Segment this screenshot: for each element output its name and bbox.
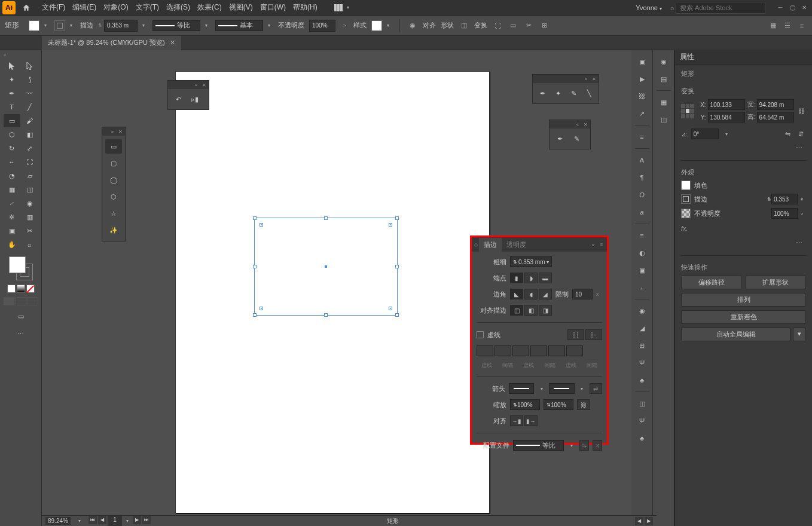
handle-tr[interactable] <box>395 216 399 220</box>
scale-tool[interactable]: ⤢ <box>22 142 38 155</box>
brush-select[interactable]: 基本 <box>215 20 263 31</box>
recolor-icon[interactable]: ◉ <box>407 20 418 31</box>
join-miter[interactable]: ◣ <box>510 289 523 299</box>
dash-preserve[interactable]: ┊┊ <box>567 329 584 340</box>
stroke-color[interactable] <box>681 194 691 204</box>
transform-more[interactable]: ⋯ <box>681 143 806 153</box>
edit-toolbar[interactable]: ⋯ <box>13 327 29 340</box>
flip-v-icon[interactable]: ⇵ <box>795 129 806 139</box>
close-button[interactable]: ✕ <box>799 3 810 13</box>
arrow-end-dd[interactable]: ▾ <box>578 383 586 394</box>
close-icon[interactable]: ✕ <box>201 82 207 88</box>
play-icon[interactable]: ▶ <box>634 71 650 87</box>
artboard-icon[interactable]: ▣ <box>634 54 650 69</box>
zoom-value[interactable]: 89.24% <box>45 517 71 525</box>
corner-widget-bl[interactable] <box>260 307 263 310</box>
panel-icon[interactable]: ☰ <box>782 20 793 31</box>
appearance-more[interactable]: ⋯ <box>681 238 806 248</box>
rectangle-shape[interactable]: ▭ <box>105 139 122 154</box>
collapse-icon[interactable]: « <box>575 121 581 127</box>
menu-select[interactable]: 选择(S) <box>163 0 194 15</box>
menu-effect[interactable]: 效果(C) <box>194 0 225 15</box>
stroke-dd[interactable]: ▾ <box>67 20 75 31</box>
opacity-sw[interactable] <box>681 209 691 218</box>
mesh-tool[interactable]: ▦ <box>4 183 20 196</box>
draw-normal[interactable] <box>4 297 14 305</box>
brush-icon-b[interactable]: ✎ <box>570 132 583 145</box>
global-edit-button[interactable]: 启动全局编辑 <box>681 328 790 341</box>
recolor-button[interactable]: 重新着色 <box>681 310 806 324</box>
clip-icon[interactable]: ✂ <box>523 20 534 31</box>
profile-select[interactable]: 等比 <box>152 20 200 31</box>
perspective-tool[interactable]: ▱ <box>22 169 38 182</box>
brushes-panel-2[interactable]: «✕ ✒ ✎ <box>549 120 591 149</box>
history-panel[interactable]: «✕ ↶ ▹▮ <box>167 80 209 110</box>
rounded-rect-shape[interactable]: ▢ <box>105 156 122 170</box>
align-icon[interactable]: ⫠ <box>634 280 650 295</box>
gradient-dock-icon[interactable]: ▦ <box>656 94 671 110</box>
corner-widget-tl[interactable] <box>260 223 263 227</box>
menu-icon[interactable]: ≡ <box>796 20 807 31</box>
close-icon[interactable]: ✕ <box>582 121 588 127</box>
shaper-tool[interactable]: ⬡ <box>4 128 20 141</box>
collapse-icon[interactable]: « <box>583 76 589 82</box>
asset-icon[interactable]: ◫ <box>656 112 671 127</box>
opentype-icon[interactable]: O <box>634 187 650 203</box>
menu-file[interactable]: 文件(F) <box>38 0 69 15</box>
layers-icon[interactable]: ≡ <box>634 129 650 145</box>
opacity-input[interactable] <box>309 20 335 32</box>
libraries-icon[interactable]: ◉ <box>656 54 671 69</box>
arrow-start-dd[interactable]: ▾ <box>538 383 545 394</box>
angle-dd[interactable]: ▾ <box>722 129 731 139</box>
close-icon[interactable]: ✕ <box>117 129 123 134</box>
lasso-tool[interactable]: ⟆ <box>22 73 38 86</box>
swatches-dock-icon[interactable]: ◉ <box>634 303 650 319</box>
angle-input[interactable] <box>691 129 719 139</box>
align-label[interactable]: 对齐 <box>423 21 436 30</box>
menu-icon[interactable]: ≡ <box>599 241 605 247</box>
polygon-shape[interactable]: ⬡ <box>105 189 122 204</box>
fx-button[interactable]: fx. <box>681 222 806 234</box>
glyphs-icon[interactable]: a <box>634 204 650 220</box>
scroll-left[interactable]: ◀ <box>635 517 643 525</box>
actions-dock-icon[interactable]: Ψ <box>634 413 650 429</box>
collapse-icon[interactable]: » <box>109 129 115 134</box>
layout-dropdown[interactable]: ▾ <box>344 2 352 13</box>
gradient-tool[interactable]: ◫ <box>22 183 38 196</box>
cap-round[interactable]: ◗ <box>524 273 538 283</box>
style-dd[interactable]: ▾ <box>384 20 392 31</box>
first-page[interactable]: ⏮ <box>88 516 97 524</box>
handle-ml[interactable] <box>253 265 257 268</box>
selected-rectangle[interactable] <box>254 218 398 316</box>
offset-path-button[interactable]: 偏移路径 <box>681 276 742 289</box>
align-outside[interactable]: ◨ <box>539 305 552 316</box>
page-input[interactable]: 1 <box>108 516 122 527</box>
brushes-panel-1[interactable]: «✕ ✒ ✦ ✎ ╲ <box>532 74 599 104</box>
styles-dock-icon[interactable]: ◫ <box>634 396 650 411</box>
eraser-tool[interactable]: ◧ <box>22 128 38 141</box>
zoom-dd[interactable]: ▾ <box>75 516 84 527</box>
screen-mode[interactable]: ▭ <box>13 310 29 323</box>
align-inside[interactable]: ◧ <box>524 305 538 316</box>
stroke-w-input[interactable] <box>771 194 798 204</box>
undo-icon[interactable]: ↶ <box>172 93 185 106</box>
symbol-tool[interactable]: ✲ <box>4 210 20 224</box>
transform-label[interactable]: 变换 <box>474 21 487 30</box>
hand-tool[interactable]: ✋ <box>4 238 20 251</box>
type-tool[interactable]: T <box>4 100 20 114</box>
stroke-panel[interactable]: ◇ 描边 透明度 »≡ 粗细 ⇅0.353 mm▾ 端点 ▮ ◗ ▬ <box>470 236 609 445</box>
menu-view[interactable]: 视图(V) <box>225 0 257 15</box>
tab-transparency[interactable]: 透明度 <box>502 238 531 252</box>
handle-tl[interactable] <box>253 216 257 220</box>
fill-color[interactable] <box>681 181 691 190</box>
handle-bm[interactable] <box>324 313 328 317</box>
handle-bl[interactable] <box>253 313 257 317</box>
shape-flyout[interactable]: »✕ ▭ ▢ ◯ ⬡ ☆ ✨ <box>102 127 126 241</box>
expand-shape-button[interactable]: 扩展形状 <box>746 276 807 289</box>
transparency-icon[interactable]: ◐ <box>634 245 650 261</box>
search-input[interactable] <box>676 2 765 14</box>
arrange-button[interactable]: 排列 <box>681 293 806 307</box>
profile-dd[interactable]: ▾ <box>567 440 576 451</box>
flare-shape[interactable]: ✨ <box>105 223 122 237</box>
brush-icon-3[interactable]: ✎ <box>567 87 579 100</box>
